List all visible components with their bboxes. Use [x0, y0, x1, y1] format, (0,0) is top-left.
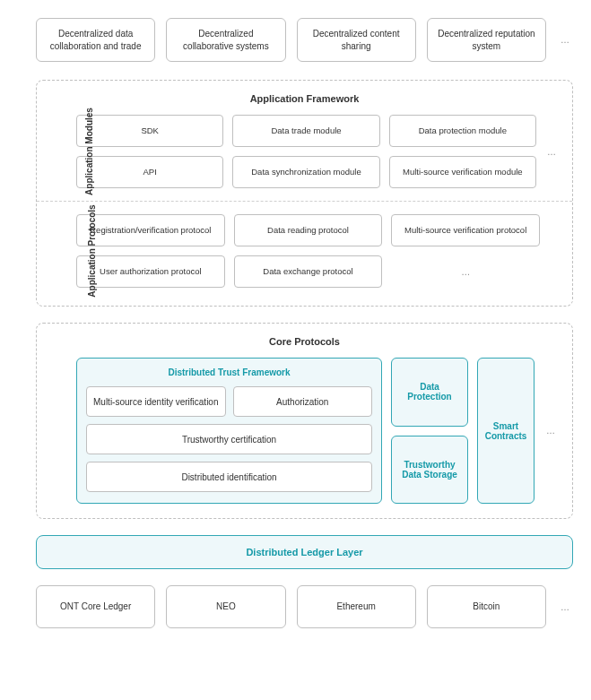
- ellipsis-icon: …: [391, 255, 540, 288]
- smart-contracts-box: Smart Contracts: [477, 358, 535, 504]
- core-protocols-panel: Core Protocols Distributed Trust Framewo…: [36, 323, 573, 519]
- application-modules-label: Application Modules: [84, 108, 94, 195]
- ledger-implementations-row: ONT Core Ledger NEO Ethereum Bitcoin …: [36, 585, 573, 628]
- top-app-box: Decentralized content sharing: [297, 18, 416, 62]
- trustworthy-data-storage-box: Trustworthy Data Storage: [391, 436, 468, 505]
- ledger-box: ONT Core Ledger: [36, 585, 155, 628]
- module-box: Data trade module: [232, 115, 379, 147]
- ledger-box: Bitcoin: [427, 585, 546, 628]
- top-applications-row: Decentralized data collaboration and tra…: [36, 18, 573, 62]
- application-protocols-label: Application Protocols: [87, 204, 97, 297]
- protocol-box: Registration/verification protocol: [76, 214, 225, 246]
- distributed-ledger-layer-bar: Distributed Ledger Layer: [36, 535, 573, 569]
- ellipsis-icon: …: [545, 115, 558, 188]
- application-framework-title: Application Framework: [51, 93, 558, 104]
- smart-contracts-column: Smart Contracts: [477, 358, 535, 504]
- application-modules-section: Application Modules SDK Data trade modul…: [51, 115, 558, 188]
- dtf-item: Multi-source identity verification: [86, 386, 226, 417]
- top-app-box: Decentralized data collaboration and tra…: [36, 18, 155, 62]
- ellipsis-icon: …: [543, 358, 558, 504]
- core-mid-column: Data Protection Trustworthy Data Storage: [391, 358, 468, 504]
- dtf-item: Authorization: [233, 386, 373, 417]
- top-app-box: Decentralized reputation system: [427, 18, 546, 62]
- top-app-box: Decentralized collaborative systems: [166, 18, 285, 62]
- module-box: Multi-source verification module: [389, 156, 536, 188]
- protocol-box: User authorization protocol: [76, 255, 225, 288]
- ellipsis-icon: …: [557, 585, 573, 628]
- divider: [37, 201, 572, 202]
- protocol-box: Data reading protocol: [234, 214, 383, 246]
- distributed-trust-framework-panel: Distributed Trust Framework Multi-source…: [76, 358, 382, 504]
- module-box: Data protection module: [389, 115, 536, 147]
- application-framework-panel: Application Framework Application Module…: [36, 80, 573, 307]
- core-protocols-title: Core Protocols: [51, 336, 558, 347]
- dtf-item: Distributed identification: [86, 462, 372, 492]
- application-protocols-section: Application Protocols Registration/verif…: [51, 214, 558, 288]
- ellipsis-icon: …: [557, 18, 573, 62]
- dtf-title: Distributed Trust Framework: [86, 367, 372, 377]
- ledger-box: NEO: [166, 585, 285, 628]
- data-protection-box: Data Protection: [391, 358, 468, 427]
- module-box: Data synchronization module: [232, 156, 379, 188]
- ledger-box: Ethereum: [297, 585, 416, 628]
- protocol-box: Multi-source verification protocol: [391, 214, 540, 246]
- protocol-box: Data exchange protocol: [234, 255, 383, 288]
- module-box-sdk: SDK: [76, 115, 223, 147]
- module-box-api: API: [76, 156, 223, 188]
- dtf-item: Trustworthy certification: [86, 424, 372, 454]
